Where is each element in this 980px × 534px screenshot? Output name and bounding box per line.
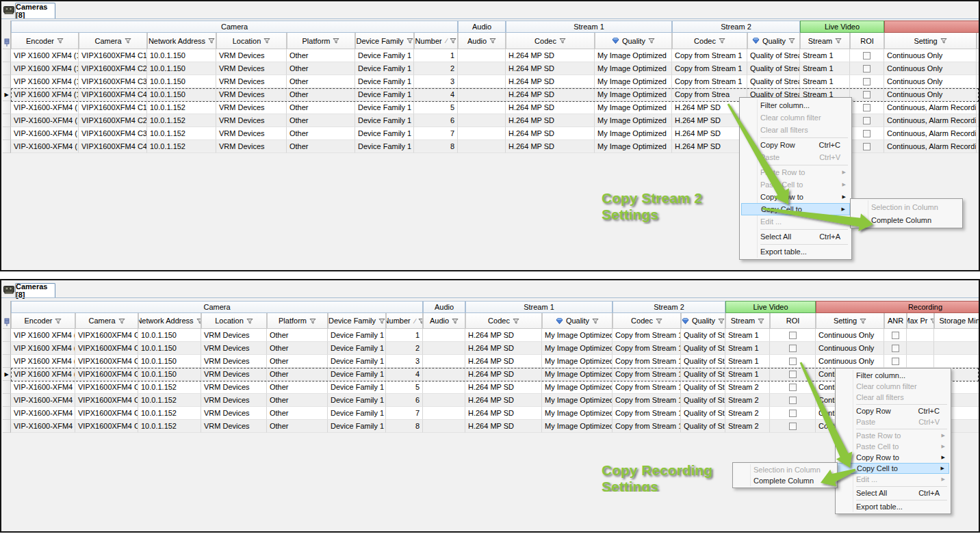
table-cell-roi[interactable] — [850, 75, 884, 88]
table-cell-anr[interactable] — [977, 140, 980, 153]
menu-item-paste-row-to[interactable]: Paste Row to▶ — [837, 430, 949, 441]
row-header[interactable] — [3, 127, 11, 140]
table-cell-setting[interactable]: Continuous Only — [884, 62, 977, 75]
table-cell-roi[interactable] — [850, 62, 884, 75]
table-cell-network[interactable]: 10.0.1.152 — [147, 127, 216, 140]
table-cell-lvstream[interactable]: Stream 1 — [800, 49, 850, 62]
table-cell-camera[interactable]: VIPX1600XFM4 C4r — [75, 420, 138, 433]
table-cell-anr[interactable] — [977, 101, 980, 114]
table-cell-location[interactable]: VRM Devices — [216, 88, 287, 101]
table-cell-setting[interactable]: Continuous, Alarm Recordin — [884, 114, 977, 127]
column-header-camera[interactable]: Camera — [79, 33, 147, 49]
table-cell-platform[interactable]: Other — [267, 381, 328, 394]
table-cell-s1codec[interactable]: H.264 MP SD — [465, 381, 542, 394]
column-header-location[interactable]: Location — [201, 313, 267, 329]
menu-item-copy-row[interactable]: Copy RowCtrl+C — [837, 405, 949, 416]
table-cell-s2codec[interactable]: H.264 MP SD — [672, 101, 747, 114]
checkbox-unchecked[interactable] — [892, 345, 899, 352]
column-header-s2codec[interactable]: Codec — [672, 33, 747, 49]
column-header-platform[interactable]: Platform — [287, 33, 355, 49]
table-cell-encoder[interactable]: VIP X1600 XFM4 (10. — [11, 75, 79, 88]
table-cell-camera[interactable]: VIPX1600XFM4 C3 — [75, 355, 138, 368]
checkbox-unchecked[interactable] — [789, 358, 797, 365]
table-cell-camera[interactable]: VIPX1600XFM4 C4 — [75, 368, 138, 381]
table-cell-camera[interactable]: VIPX1600XFM4 C2 — [79, 62, 147, 75]
checkbox-unchecked[interactable] — [863, 78, 871, 85]
column-header-audio[interactable]: Audio — [458, 33, 506, 49]
table-cell-s1codec[interactable]: H.264 MP SD — [506, 114, 595, 127]
table-cell-audio[interactable] — [458, 127, 506, 140]
table-cell-lvstream[interactable]: Stream 2 — [725, 381, 770, 394]
table-cell-location[interactable]: VRM Devices — [201, 381, 267, 394]
table-cell-maxpr[interactable] — [907, 329, 934, 342]
table-cell-maxpr[interactable] — [907, 342, 934, 355]
table-cell-s2codec[interactable]: Copy from Stream 1 — [612, 368, 681, 381]
table-cell-roi[interactable] — [850, 101, 884, 114]
menu-item-clear-column-filter[interactable]: Clear column filter — [837, 381, 949, 392]
table-cell-camera[interactable]: VIPX1600XFM4 C2r — [75, 394, 138, 407]
table-cell-audio[interactable] — [423, 329, 465, 342]
table-cell-encoder[interactable]: VIP X1600 XFM4 (10. — [11, 329, 75, 342]
table-cell-roi[interactable] — [770, 381, 816, 394]
table-cell-family[interactable]: Device Family 1 — [328, 381, 386, 394]
table-cell-storage[interactable] — [934, 342, 980, 355]
table-cell-roi[interactable] — [850, 49, 884, 62]
table-cell-s1codec[interactable]: H.264 MP SD — [465, 329, 542, 342]
table-cell-s2quality[interactable]: Quality of Strea — [681, 368, 725, 381]
table-cell-s1quality[interactable]: My Image Optimized — [542, 420, 612, 433]
column-header-encoder[interactable]: Encoder — [11, 33, 79, 49]
table-cell-platform[interactable]: Other — [267, 368, 328, 381]
table-cell-s1codec[interactable]: H.264 MP SD — [506, 101, 595, 114]
table-cell-number[interactable]: 3 — [386, 355, 423, 368]
table-cell-s2quality[interactable]: Quality of Strea — [681, 342, 725, 355]
table-cell-setting[interactable]: Continuous Only — [816, 329, 884, 342]
table-cell-camera[interactable]: VIPX1600XFM4 C3 — [79, 75, 147, 88]
checkbox-unchecked[interactable] — [863, 117, 871, 124]
row-header[interactable] — [3, 420, 11, 433]
row-header[interactable] — [3, 381, 11, 394]
column-header-roi[interactable]: ROI — [770, 313, 816, 329]
table-cell-s1quality[interactable]: My Image Optimized — [542, 407, 612, 420]
column-header-s1quality[interactable]: Quality — [595, 33, 672, 49]
table-cell-s2codec[interactable]: Copy from Stream 1 — [672, 49, 747, 62]
table-cell-audio[interactable] — [458, 62, 506, 75]
table-cell-platform[interactable]: Other — [267, 420, 328, 433]
table-cell-number[interactable]: 2 — [386, 342, 423, 355]
table-cell-audio[interactable] — [423, 420, 465, 433]
table-cell-anr[interactable] — [884, 329, 907, 342]
menu-item-filter-column[interactable]: Filter column... — [741, 99, 850, 111]
column-header-network[interactable]: Network Address — [147, 33, 216, 49]
table-cell-network[interactable]: 10.0.1.152 — [138, 420, 201, 433]
column-header-number[interactable]: Number∕ — [386, 313, 423, 329]
tab-cameras[interactable]: Cameras [8] — [15, 3, 55, 18]
table-cell-anr[interactable] — [977, 88, 980, 101]
menu-item-complete-column[interactable]: Complete Column — [852, 213, 961, 226]
table-cell-s2quality[interactable]: Quality of Strea — [747, 75, 800, 88]
menu-item-selection-in-column[interactable]: Selection in Column — [852, 200, 961, 213]
table-cell-s1quality[interactable]: My Image Optimized — [595, 140, 672, 153]
table-cell-s2codec[interactable]: Copy from Stream 1 — [612, 394, 681, 407]
table-cell-network[interactable]: 10.0.1.150 — [138, 329, 201, 342]
table-cell-number[interactable]: 6 — [386, 394, 423, 407]
table-cell-platform[interactable]: Other — [267, 329, 328, 342]
table-cell-s2quality[interactable]: Quality of Strea — [681, 355, 725, 368]
table-cell-camera[interactable]: VIPX1600XFM4 C1 — [79, 49, 147, 62]
table-cell-encoder[interactable]: VIP-X1600-XFM4 (10. — [11, 407, 75, 420]
table-cell-roi[interactable] — [770, 342, 816, 355]
menu-item-select-all[interactable]: Select AllCtrl+A — [837, 488, 949, 498]
table-cell-network[interactable]: 10.0.1.150 — [147, 62, 216, 75]
table-cell-s2codec[interactable]: Copy from Stream 1 — [672, 75, 747, 88]
table-cell-network[interactable]: 10.0.1.150 — [147, 49, 216, 62]
table-cell-lvstream[interactable]: Stream 2 — [725, 394, 770, 407]
row-header[interactable] — [3, 49, 11, 62]
table-cell-camera[interactable]: VIPX1600XFM4 C3r — [75, 407, 138, 420]
table-cell-location[interactable]: VRM Devices — [201, 407, 267, 420]
table-cell-lvstream[interactable]: Stream 1 — [725, 342, 770, 355]
table-cell-s2quality[interactable]: Quality of Strea — [681, 329, 725, 342]
menu-item-paste[interactable]: PasteCtrl+V — [837, 416, 949, 427]
menu-item-export-table[interactable]: Export table... — [741, 245, 850, 258]
table-cell-camera[interactable]: VIPX1600XFM4 C1r — [79, 101, 147, 114]
table-cell-s2quality[interactable]: Quality of Strea — [681, 420, 725, 433]
checkbox-unchecked[interactable] — [789, 410, 797, 417]
table-cell-s1quality[interactable]: My Image Optimized — [595, 62, 672, 75]
